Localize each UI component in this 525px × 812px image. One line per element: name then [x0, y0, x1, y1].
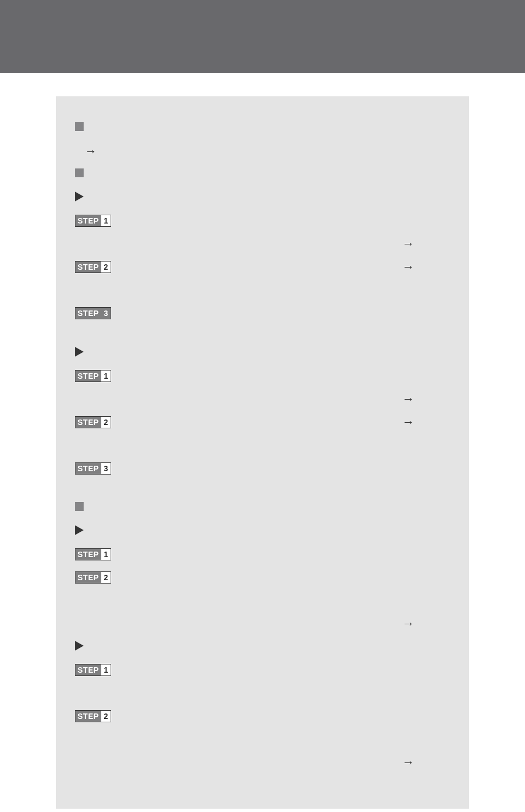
step-number: 2 — [101, 572, 111, 583]
content-row: STEP2→ — [75, 260, 450, 279]
step-badge: STEP1 — [75, 548, 111, 560]
step-label: STEP — [75, 308, 101, 319]
step-badge: STEP3 — [75, 307, 111, 319]
content-row — [75, 732, 450, 751]
step-label: STEP — [75, 664, 101, 675]
step-number: 1 — [101, 215, 111, 226]
content-row: STEP3 — [75, 461, 450, 480]
step-badge: STEP2 — [75, 571, 111, 584]
content-row: STEP1 — [75, 663, 450, 682]
step-number: 3 — [101, 463, 111, 474]
header-band — [0, 0, 525, 73]
content-row: → — [75, 617, 450, 635]
content-row: STEP1 — [75, 547, 450, 566]
step-number: 1 — [101, 370, 111, 382]
step-number: 2 — [101, 261, 111, 273]
step-number: 2 — [101, 711, 111, 722]
step-label: STEP — [75, 549, 101, 560]
content-row: STEP1 — [75, 214, 450, 232]
step-badge: STEP1 — [75, 664, 111, 676]
content-row — [75, 283, 450, 302]
step-badge: STEP2 — [75, 710, 111, 722]
step-number: 3 — [101, 308, 111, 319]
content-row: STEP1 — [75, 369, 450, 388]
content-row — [75, 346, 450, 364]
arrow-right-icon: → — [402, 392, 414, 406]
step-badge: STEP1 — [75, 370, 111, 382]
content-row: → — [75, 755, 450, 774]
arrow-right-icon: → — [402, 617, 414, 631]
content-row — [75, 121, 450, 140]
content-card: →STEP1→STEP2→STEP3STEP1→STEP2→STEP3STEP1… — [56, 96, 469, 809]
content-row — [75, 438, 450, 457]
arrow-right-icon: → — [402, 755, 414, 770]
square-bullet-icon — [75, 122, 84, 131]
arrow-right-icon: → — [75, 145, 97, 157]
content-row: STEP2 — [75, 709, 450, 728]
content-row — [75, 167, 450, 186]
step-number: 2 — [101, 417, 111, 428]
step-label: STEP — [75, 572, 101, 583]
triangle-play-icon — [75, 525, 84, 535]
triangle-play-icon — [75, 641, 84, 651]
step-label: STEP — [75, 370, 101, 382]
step-badge: STEP3 — [75, 462, 111, 475]
step-number: 1 — [101, 664, 111, 675]
step-label: STEP — [75, 215, 101, 226]
step-number: 1 — [101, 549, 111, 560]
step-badge: STEP2 — [75, 416, 111, 428]
step-badge: STEP1 — [75, 215, 111, 227]
content-row: STEP2 — [75, 570, 450, 589]
content-row — [75, 190, 450, 209]
arrow-right-icon: → — [402, 260, 414, 274]
step-label: STEP — [75, 711, 101, 722]
triangle-play-icon — [75, 347, 84, 357]
step-badge: STEP2 — [75, 261, 111, 273]
content-row: → — [75, 237, 450, 255]
step-label: STEP — [75, 261, 101, 273]
content-row: STEP2→ — [75, 415, 450, 434]
square-bullet-icon — [75, 502, 84, 511]
step-label: STEP — [75, 417, 101, 428]
step-label: STEP — [75, 463, 101, 474]
content-row — [75, 524, 450, 543]
content-row — [75, 501, 450, 520]
content-row: STEP3 — [75, 306, 450, 325]
content-row: → — [75, 144, 450, 163]
content-row — [75, 593, 450, 612]
arrow-right-icon: → — [402, 237, 414, 251]
content-row: → — [75, 392, 450, 411]
triangle-play-icon — [75, 192, 84, 201]
content-row — [75, 686, 450, 705]
arrow-right-icon: → — [402, 415, 414, 429]
square-bullet-icon — [75, 168, 84, 177]
content-row — [75, 640, 450, 658]
